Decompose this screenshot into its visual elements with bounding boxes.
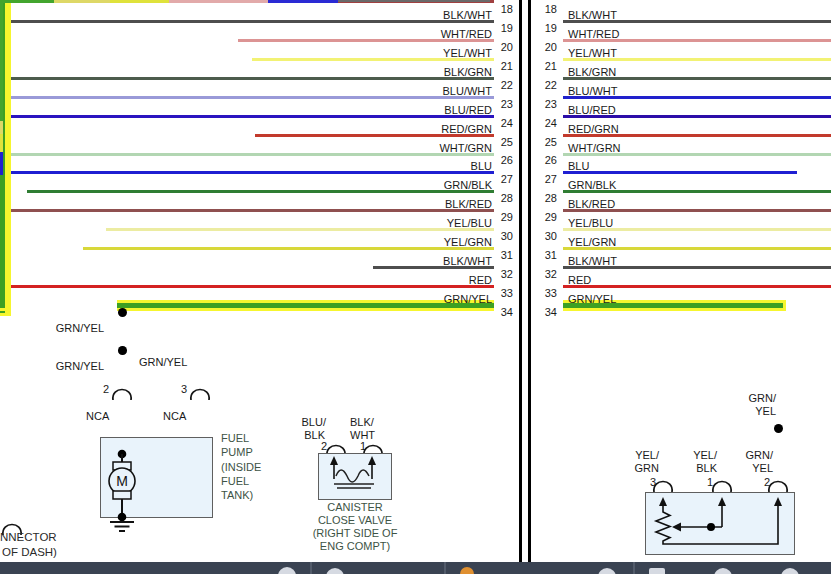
toolbar-icon-5[interactable] [649,568,665,574]
wire-color-label: YEL/ [635,449,659,461]
pin-number-left: 22 [501,79,513,91]
toolbar-separator [310,562,312,574]
wire-color-label-right: YEL/GRN [568,236,616,248]
pin-number-right: 33 [545,287,557,299]
wire-color-label-left: YEL/GRN [444,236,492,248]
pin-number-right: 24 [545,117,557,129]
wire-color-label-left: BLU [471,160,492,172]
caption-line: OF DASH) [2,546,57,558]
wire-color-label-left: RED [469,274,492,286]
caption-line: TANK) [221,489,253,501]
pin-number-left: 27 [501,173,513,185]
wire-color-label-left: YEL/WHT [443,47,492,59]
caption-line: (RIGHT SIDE OF [290,527,420,539]
wire-color-label-left: BLK/WHT [443,255,492,267]
pin-number-left: 23 [501,98,513,110]
toolbar-icon-3[interactable] [460,567,474,574]
pin-number-right: 32 [545,268,557,280]
toolbar-icon-2[interactable] [326,568,344,574]
wire-color-label-right: BLU/RED [568,104,616,116]
wire-line-right [563,285,831,288]
toolbar-icon-4[interactable] [598,568,616,574]
pin-number: 2 [321,440,327,452]
wire-color-label-right: BLK/WHT [568,9,617,21]
panel-divider [528,0,531,562]
pin-number-right: 31 [545,249,557,261]
wire-color-label-left: WHT/GRN [439,142,492,154]
wire-color-label-right: WHT/GRN [568,142,621,154]
junction-dot [774,424,783,433]
pin-number-right: 25 [545,136,557,148]
wire-color-label: GRN/YEL [56,322,104,334]
wire-color-label-right: BLK/GRN [568,66,616,78]
fuel-pump-motor-symbol: M [100,441,144,537]
wire-color-label-left: YEL/BLU [447,217,492,229]
wire-color-label-left: GRN/YEL [444,293,492,305]
pin-number-right: 29 [545,211,557,223]
wire-color-label-right: YEL/BLU [568,217,613,229]
wire-color-label-left: BLK/GRN [444,66,492,78]
pin-number-right: 28 [545,192,557,204]
wire-line-left [0,153,494,156]
pin-number-left: 34 [501,306,513,318]
toolbar-icon-1[interactable] [278,567,296,574]
pin-number-left: 20 [501,41,513,53]
wire-color-label-right: BLU [568,160,589,172]
pin-number-left: 26 [501,154,513,166]
wire-color-label-left: WHT/RED [441,28,492,40]
pin-number: 1 [707,476,713,488]
wire-line-left [27,190,494,193]
pin-number: 3 [650,476,656,488]
pin-number-left: 24 [501,117,513,129]
pin-number-right: 20 [545,41,557,53]
wire-line-left [10,285,494,288]
wire-color-label-right: GRN/BLK [568,179,616,191]
caption-line: CLOSE VALVE [290,514,420,526]
pin-number-right: 19 [545,22,557,34]
potentiometer-symbol [645,492,795,555]
wire-color-label-left: RED/GRN [441,123,492,135]
pin-number: 2 [103,383,109,395]
caption-line: ENG COMPT) [290,540,420,552]
panel-divider [519,0,522,562]
wire-color-label: YEL [755,405,776,417]
pin-number-left: 28 [501,192,513,204]
wire-color-label-left: BLU/RED [444,104,492,116]
svg-text:M: M [116,473,128,489]
pin-number-left: 18 [501,3,513,15]
connector-terminal-icon [111,388,133,401]
wire-line [0,0,54,3]
toolbar-icon-7[interactable] [781,568,799,574]
wire-color-label-right: RED [568,274,591,286]
toolbar-separator [633,562,635,574]
toolbar-icon-6[interactable] [714,568,732,574]
wire-line-left [83,247,494,250]
nca-label: NCA [86,410,109,422]
caption-line: FUEL [221,432,249,444]
pin-number-right: 21 [545,60,557,72]
wire-color-label: GRN [635,462,659,474]
wire-color-label-left: BLK/WHT [443,9,492,21]
wire-color-label: BLK [696,462,717,474]
wire-line-left [0,20,494,23]
wire-color-label: YEL [752,462,773,474]
wire-color-label: GRN/YEL [56,360,104,372]
wire-line-left [0,115,494,118]
wire-color-label: GRN/YEL [139,356,187,368]
pin-number-right: 23 [545,98,557,110]
wire-color-label-left: BLK/RED [445,198,492,210]
caption-line: NNECTOR [0,531,57,543]
caption-line: (INSIDE [221,461,261,473]
bottom-toolbar [0,562,831,574]
pin-number-left: 33 [501,287,513,299]
wire-color-label: GRN/ [749,392,777,404]
pin-number-right: 18 [545,3,557,15]
junction-dot [118,308,127,317]
wire-line-left [106,228,494,231]
wire-color-label: BLU/ [302,416,326,428]
wire-color-label-right: BLK/RED [568,198,615,210]
nca-label: NCA [163,410,186,422]
pin-number-left: 25 [501,136,513,148]
pin-number: 1 [360,440,366,452]
caption-line: CANISTER [290,501,420,513]
